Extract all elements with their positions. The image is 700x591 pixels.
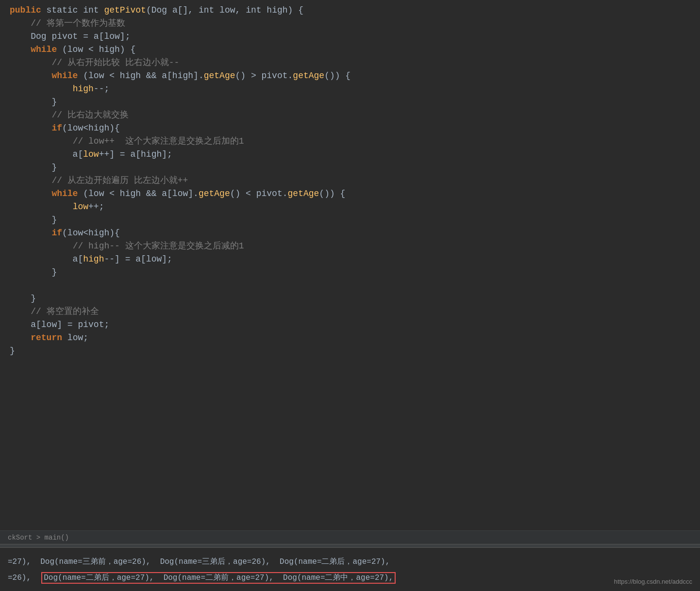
code-line-24: // 将空置的补全	[10, 305, 700, 318]
code-line-23: }	[10, 292, 700, 305]
code-line-27: }	[10, 345, 700, 358]
code-line-20: a[high--] = a[low];	[10, 253, 700, 266]
code-line-16: low++;	[10, 200, 700, 213]
code-line-7: high--;	[10, 82, 700, 96]
output-text-highlighted: Dog(name=二弟后，age=27), Dog(name=二弟前，age=2…	[41, 572, 396, 584]
code-line-15: while (low < high && a[low].getAge() < p…	[10, 187, 700, 200]
output-text-2a: =26),	[8, 574, 40, 582]
code-line-5: // 从右开始比较 比右边小就--	[10, 56, 700, 69]
code-line-4: while (low < high) {	[10, 43, 700, 56]
output-area: =27), Dog(name=三弟前，age=26), Dog(name=三弟后…	[0, 548, 700, 591]
code-line-3: Dog pivot = a[low];	[10, 30, 700, 43]
separator	[0, 544, 700, 548]
output-text-1: =27), Dog(name=三弟前，age=26), Dog(name=三弟后…	[8, 558, 390, 566]
code-line-6: while (low < high && a[high].getAge() > …	[10, 69, 700, 82]
code-line-21: }	[10, 266, 700, 279]
code-editor: public static int getPivot(Dog a[], int …	[0, 0, 700, 530]
code-line-19: // high-- 这个大家注意是交换之后减的1	[10, 240, 700, 253]
code-line-11: // low++ 这个大家注意是交换之后加的1	[10, 135, 700, 148]
code-line-9: // 比右边大就交换	[10, 109, 700, 122]
code-line-13: }	[10, 161, 700, 174]
output-wrapper: =27), Dog(name=三弟前，age=26), Dog(name=三弟后…	[0, 548, 700, 591]
code-line-26: return low;	[10, 331, 700, 345]
output-line-1: =27), Dog(name=三弟前，age=26), Dog(name=三弟后…	[8, 554, 692, 569]
code-line-17: }	[10, 213, 700, 227]
code-line-22	[10, 279, 700, 292]
breadcrumb: ckSort > main()	[8, 534, 69, 542]
code-line-8: }	[10, 96, 700, 109]
code-line-2: // 将第一个数作为基数	[10, 17, 700, 30]
code-line-1: public static int getPivot(Dog a[], int …	[10, 4, 700, 17]
output-line-2: =26), Dog(name=二弟后，age=27), Dog(name=二弟前…	[8, 570, 692, 585]
code-line-18: if(low<high){	[10, 227, 700, 240]
code-line-12: a[low++] = a[high];	[10, 148, 700, 161]
code-line-25: a[low] = pivot;	[10, 318, 700, 331]
code-line-10: if(low<high){	[10, 122, 700, 135]
breadcrumb-bar: ckSort > main()	[0, 530, 700, 544]
main-container: public static int getPivot(Dog a[], int …	[0, 0, 700, 591]
code-line-14: // 从左边开始遍历 比左边小就++	[10, 174, 700, 187]
watermark: https://blog.csdn.net/addccc	[614, 578, 692, 585]
